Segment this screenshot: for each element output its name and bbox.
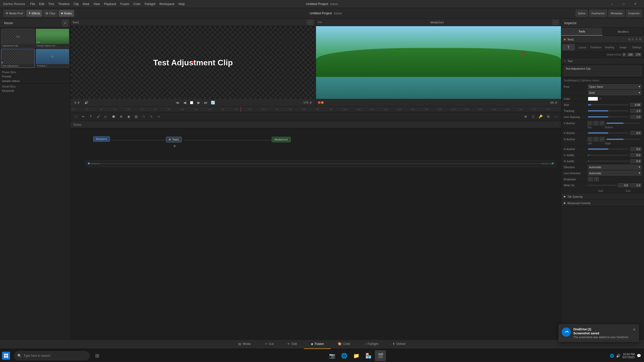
clips-button[interactable]: ▤ Clips: [43, 10, 57, 17]
line-direction-select[interactable]: Automatic ▾: [588, 171, 641, 176]
task-view-button[interactable]: ⊞: [92, 350, 103, 361]
color-edit-icon[interactable]: ✏: [599, 97, 601, 100]
tool-clone[interactable]: ⊕: [118, 113, 124, 120]
media-out-node[interactable]: MediaOut1: [272, 137, 291, 142]
workspace-tab-cut[interactable]: ✂ Cut: [258, 339, 281, 349]
v-anchor-slider[interactable]: [607, 123, 640, 124]
menu-clip[interactable]: Clip: [73, 2, 79, 6]
keyframes-button[interactable]: Keyframes: [589, 10, 607, 17]
tab-spacing-section[interactable]: ▶ Tab Spacing: [561, 193, 644, 200]
minimize-button[interactable]: ─: [606, 0, 618, 8]
subtab-image[interactable]: Image: [617, 44, 629, 51]
emphasis-btn1[interactable]: I: [588, 177, 593, 182]
workspace-tab-edit[interactable]: ✏ Edit: [280, 339, 304, 349]
write-on-start[interactable]: 0.0: [618, 183, 629, 187]
volume-icon-taskbar[interactable]: 🔊: [616, 354, 620, 358]
workspace-tab-fusion[interactable]: ◈ Fusion: [304, 339, 331, 349]
stop-button[interactable]: ⏹: [189, 100, 194, 105]
maximize-button[interactable]: □: [618, 0, 629, 8]
tool-roto[interactable]: □: [140, 113, 147, 120]
subtab-shading[interactable]: Shading: [603, 44, 616, 51]
text1-node[interactable]: Text1: [166, 137, 182, 142]
tool-pen[interactable]: 🖊: [95, 113, 102, 120]
font-family-select[interactable]: Open Sans ▾: [588, 84, 641, 89]
menu-workspace[interactable]: Workspace: [159, 2, 175, 6]
h-justify-slider[interactable]: [588, 161, 629, 162]
tool-key[interactable]: 🔑: [537, 113, 544, 120]
v-justify-value[interactable]: 0.0: [630, 153, 641, 157]
panel-view-btn[interactable]: ≡: [62, 20, 68, 27]
start-button[interactable]: [0, 349, 12, 362]
taskbar-clock[interactable]: 10:54 PM 5/27/2022: [622, 353, 635, 359]
keywords-item[interactable]: Keywords: [0, 88, 70, 93]
nodes-button[interactable]: ◈ Nodes: [59, 10, 74, 17]
notification-close-button[interactable]: ✕: [633, 328, 636, 332]
tool-paint[interactable]: ⬟: [110, 113, 117, 120]
play-prev-button[interactable]: ◀: [182, 101, 187, 105]
tool-draw[interactable]: ✏: [80, 113, 87, 120]
taskbar-search[interactable]: 🔍 Type here to search: [14, 351, 90, 360]
inspector-paste-icon[interactable]: ⎘: [632, 38, 634, 41]
workspace-tab-color[interactable]: 🎨 Color: [331, 339, 357, 349]
emphasis-btn2[interactable]: T: [594, 177, 599, 182]
text-section-header[interactable]: ▼ Text: [561, 58, 644, 64]
inspector-button[interactable]: Inspector: [626, 10, 642, 17]
tool-eraser[interactable]: ◉: [125, 113, 132, 120]
h-anchor-btn1[interactable]: □: [587, 137, 592, 142]
tool-text[interactable]: T: [88, 113, 94, 120]
menu-view[interactable]: View: [94, 2, 100, 6]
taskbar-davinci[interactable]: 🎬: [375, 350, 386, 361]
color-swatch[interactable]: [588, 97, 598, 101]
tool-transform[interactable]: ⤡: [148, 113, 154, 120]
menu-file[interactable]: File: [30, 2, 35, 6]
text-input-box[interactable]: Test Adjustment Clip: [564, 66, 641, 76]
v-anchor-value[interactable]: 0.0: [630, 131, 641, 135]
tool-warp[interactable]: ⌗: [155, 113, 162, 120]
write-on-end[interactable]: 1.0: [630, 183, 641, 187]
v-anchor-btn1[interactable]: □: [587, 121, 592, 125]
spline-button[interactable]: Spline: [576, 10, 588, 17]
taskbar-media-player[interactable]: 📷: [327, 350, 338, 361]
tool-shape[interactable]: ▷: [103, 113, 109, 120]
v-anchor-btn2[interactable]: □: [593, 121, 598, 125]
close-button[interactable]: ✕: [629, 0, 641, 8]
workspace-tab-media[interactable]: ▤ Media: [231, 339, 258, 349]
subtab-layout[interactable]: Layout: [576, 44, 588, 51]
notification-icon[interactable]: 💬: [637, 354, 641, 358]
font-style-select[interactable]: Bold ▾: [588, 90, 641, 95]
subtab-transform[interactable]: Transform: [589, 44, 602, 51]
tracking-value[interactable]: 1.0: [630, 109, 641, 113]
write-on-slider[interactable]: [587, 185, 617, 186]
media-item-test-adjustment[interactable]: ▶ Test Adjustment ...: [1, 49, 35, 68]
h-anchor-value[interactable]: 0.0: [630, 147, 641, 151]
direction-select[interactable]: Automatic ▾: [588, 165, 641, 170]
global-in-value[interactable]: 0: [622, 53, 626, 57]
media-item-adjustment[interactable]: Adj Adjustment Clip: [1, 29, 35, 48]
h-justify-value[interactable]: 0.0: [630, 159, 641, 163]
metadata-button[interactable]: Metadata: [609, 10, 625, 17]
viewer-right-options[interactable]: ···: [552, 20, 559, 25]
size-value[interactable]: 0.08: [630, 103, 641, 107]
global-out-value2[interactable]: 179: [635, 53, 641, 57]
record-btn2[interactable]: [321, 101, 324, 104]
menu-trim[interactable]: Trim: [48, 2, 54, 6]
h-anchor-slider[interactable]: [607, 139, 640, 140]
skip-start-button[interactable]: ⏮: [175, 101, 180, 105]
menu-fusion[interactable]: Fusion: [120, 2, 129, 6]
tool-select[interactable]: ⬚: [72, 113, 79, 120]
v-anchor-main-slider[interactable]: [588, 132, 629, 133]
loop-button[interactable]: 🔄: [210, 101, 215, 105]
tool-track[interactable]: ⊕: [522, 113, 529, 120]
size-slider[interactable]: [588, 104, 629, 105]
media-item-timeline[interactable]: TL Timeline 1: [36, 49, 69, 68]
line-spacing-slider[interactable]: [588, 116, 629, 117]
h-anchor-main-slider[interactable]: [588, 149, 629, 150]
viewer-left-options[interactable]: ···: [307, 20, 313, 25]
advanced-controls-section[interactable]: ▶ Advanced Controls: [561, 200, 644, 206]
menu-help[interactable]: Help: [178, 2, 185, 6]
h-anchor-btn3[interactable]: □: [599, 137, 605, 142]
taskbar-app3[interactable]: 📁: [351, 350, 362, 361]
viewer-right-options-left[interactable]: Fx▾: [318, 21, 322, 24]
line-spacing-value[interactable]: 1.0: [630, 115, 641, 119]
tab-modifiers[interactable]: Modifiers: [603, 28, 644, 36]
